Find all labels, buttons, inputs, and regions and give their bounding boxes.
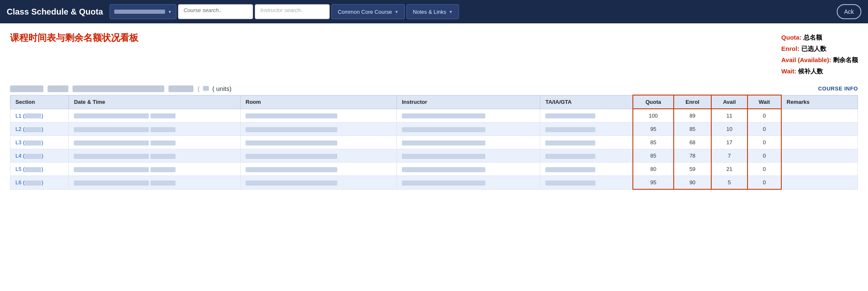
cell-ta <box>540 163 633 176</box>
cell-wait: 0 <box>748 176 781 190</box>
course-dropdown[interactable]: ▼ <box>110 4 176 19</box>
main-content: 课程时间表与剩余名额状况看板 Quota: 总名额 Enrol: 已选人数 Av… <box>0 23 868 198</box>
notes-links-chevron: ▼ <box>449 10 453 14</box>
col-date-time: Date & Time <box>69 95 241 109</box>
course-name-blurred-1 <box>48 85 68 92</box>
table-row: L1 ()10089110 <box>10 109 858 123</box>
table-row: L6 ()959050 <box>10 176 858 190</box>
cell-room <box>241 149 397 163</box>
cell-enrol: 85 <box>674 123 712 136</box>
page-title: 课程时间表与剩余名额状况看板 <box>10 32 138 44</box>
table-row: L3 ()8568170 <box>10 136 858 149</box>
cell-section: L4 () <box>10 149 69 163</box>
cell-wait: 0 <box>748 123 781 136</box>
col-quota: Quota <box>633 95 673 109</box>
cell-wait: 0 <box>748 136 781 149</box>
cell-datetime <box>69 149 241 163</box>
cell-ta <box>540 109 633 123</box>
table-row: L5 ()8059210 <box>10 163 858 176</box>
cell-quota: 95 <box>633 123 673 136</box>
course-header: ( ( units) COURSE INFO <box>10 85 858 92</box>
legend-wait: Wait: 候补人数 <box>781 65 858 77</box>
cell-remarks <box>781 123 858 136</box>
course-info-label: COURSE INFO <box>818 85 858 92</box>
cell-datetime <box>69 136 241 149</box>
col-remarks: Remarks <box>781 95 858 109</box>
navbar: Class Schedule & Quota ▼ Course search..… <box>0 0 868 23</box>
cell-avail: 17 <box>711 136 748 149</box>
cell-ta <box>540 136 633 149</box>
cell-ta <box>540 149 633 163</box>
cell-datetime <box>69 109 241 123</box>
cell-section: L1 () <box>10 109 69 123</box>
cell-quota: 85 <box>633 149 673 163</box>
legend: Quota: 总名额 Enrol: 已选人数 Avail (Available)… <box>781 32 858 77</box>
cell-remarks <box>781 149 858 163</box>
cell-avail: 11 <box>711 109 748 123</box>
app-title: Class Schedule & Quota <box>7 7 103 17</box>
col-room: Room <box>241 95 397 109</box>
cell-datetime <box>69 176 241 190</box>
cell-enrol: 89 <box>674 109 712 123</box>
cell-ta <box>540 123 633 136</box>
cell-wait: 0 <box>748 109 781 123</box>
common-core-button[interactable]: Common Core Course ▼ <box>331 4 405 19</box>
cell-quota: 100 <box>633 109 673 123</box>
table-row: L2 ()9585100 <box>10 123 858 136</box>
cell-wait: 0 <box>748 163 781 176</box>
cell-instructor <box>396 176 540 190</box>
legend-enrol: Enrol: 已选人数 <box>781 43 858 54</box>
col-section: Section <box>10 95 69 109</box>
cell-avail: 10 <box>711 123 748 136</box>
course-units: ( ( units) <box>198 85 231 92</box>
legend-quota: Quota: 总名额 <box>781 32 858 43</box>
cell-instructor <box>396 163 540 176</box>
cell-wait: 0 <box>748 149 781 163</box>
ack-button[interactable]: Ack <box>837 4 861 19</box>
col-avail: Avail <box>711 95 748 109</box>
cell-remarks <box>781 163 858 176</box>
cell-remarks <box>781 109 858 123</box>
instructor-search-input[interactable]: Instructor search.. <box>255 4 330 19</box>
cell-section: L3 () <box>10 136 69 149</box>
cell-section: L2 () <box>10 123 69 136</box>
cell-enrol: 78 <box>674 149 712 163</box>
cell-remarks <box>781 176 858 190</box>
schedule-table: Section Date & Time Room Instructor TA/I… <box>10 95 858 190</box>
cell-room <box>241 136 397 149</box>
col-instructor: Instructor <box>396 95 540 109</box>
common-core-chevron: ▼ <box>394 10 399 14</box>
dropdown-chevron: ▼ <box>168 10 172 14</box>
top-section: 课程时间表与剩余名额状况看板 Quota: 总名额 Enrol: 已选人数 Av… <box>10 32 858 77</box>
course-code-blurred <box>10 85 43 92</box>
table-body: L1 ()10089110L2 ()9585100L3 ()8568170L4 … <box>10 109 858 189</box>
cell-instructor <box>396 149 540 163</box>
cell-room <box>241 176 397 190</box>
cell-enrol: 59 <box>674 163 712 176</box>
col-enrol: Enrol <box>674 95 712 109</box>
cell-avail: 5 <box>711 176 748 190</box>
course-name-blurred-3 <box>168 85 193 92</box>
cell-enrol: 68 <box>674 136 712 149</box>
col-ta: TA/IA/GTA <box>540 95 633 109</box>
cell-quota: 80 <box>633 163 673 176</box>
cell-quota: 95 <box>633 176 673 190</box>
col-wait: Wait <box>748 95 781 109</box>
course-code-row: ( ( units) <box>10 85 231 92</box>
cell-ta <box>540 176 633 190</box>
cell-section: L5 () <box>10 163 69 176</box>
course-name-blurred-2 <box>73 85 164 92</box>
cell-section: L6 () <box>10 176 69 190</box>
cell-datetime <box>69 163 241 176</box>
cell-instructor <box>396 123 540 136</box>
cell-avail: 21 <box>711 163 748 176</box>
notes-links-button[interactable]: Notes & Links ▼ <box>406 4 459 19</box>
cell-instructor <box>396 109 540 123</box>
course-search-input[interactable]: Course search.. <box>178 4 253 19</box>
cell-instructor <box>396 136 540 149</box>
units-num-blurred <box>203 86 209 91</box>
legend-avail: Avail (Available): 剩余名额 <box>781 54 858 65</box>
table-row: L4 ()857870 <box>10 149 858 163</box>
cell-enrol: 90 <box>674 176 712 190</box>
cell-quota: 85 <box>633 136 673 149</box>
